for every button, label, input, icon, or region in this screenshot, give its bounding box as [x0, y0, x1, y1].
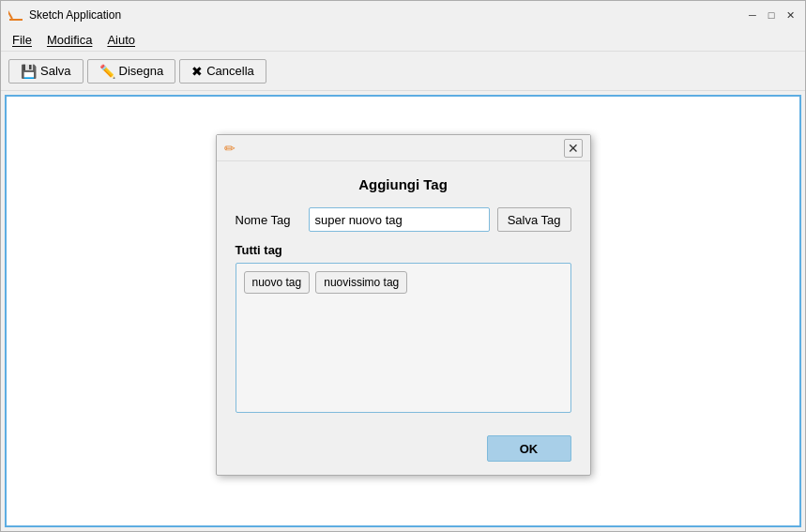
cancella-button[interactable]: ✖ Cancella [179, 59, 266, 84]
dialog-close-button[interactable]: ✕ [564, 139, 583, 158]
draw-icon: ✏️ [99, 64, 115, 79]
salva-label: Salva [40, 64, 71, 78]
menu-modifica[interactable]: Modifica [39, 31, 99, 49]
menu-aiuto[interactable]: Aiuto [99, 31, 143, 49]
tags-container: nuovo tag nuovissimo tag [236, 263, 571, 413]
svg-rect-1 [8, 10, 13, 20]
dialog-title-bar: ✏ ✕ [217, 135, 590, 161]
toolbar: 💾 Salva ✏️ Disegna ✖ Cancella [1, 52, 805, 91]
title-bar: Sketch Application ─ □ ✕ [1, 1, 805, 29]
cancella-label: Cancella [206, 64, 254, 78]
tutti-tag-label: Tutti tag [236, 243, 571, 257]
menu-file[interactable]: File [5, 31, 39, 49]
dialog-pencil-icon: ✏ [224, 141, 236, 156]
tag-chip-nuovissimo: nuovissimo tag [315, 271, 407, 294]
disegna-button[interactable]: ✏️ Disegna [87, 59, 176, 84]
dialog-heading: Aggiungi Tag [236, 176, 571, 192]
window-controls: ─ □ ✕ [745, 8, 798, 23]
disegna-label: Disegna [119, 64, 164, 78]
window-title: Sketch Application [29, 8, 121, 22]
tag-chip-nuovo: nuovo tag [244, 271, 311, 294]
app-icon [8, 8, 23, 23]
nome-tag-label: Nome Tag [236, 213, 301, 227]
tutti-tag-section: Tutti tag nuovo tag nuovissimo tag [236, 243, 571, 413]
title-bar-left: Sketch Application [8, 8, 121, 23]
main-window: Sketch Application ─ □ ✕ File Modifica A… [0, 0, 806, 532]
minimize-button[interactable]: ─ [745, 8, 760, 23]
dialog-footer: OK [217, 428, 590, 475]
nome-tag-row: Nome Tag Salva Tag [236, 207, 571, 232]
aggiungi-tag-dialog: ✏ ✕ Aggiungi Tag Nome Tag Salva Tag Tutt… [216, 134, 591, 476]
dialog-body: Aggiungi Tag Nome Tag Salva Tag Tutti ta… [217, 161, 590, 428]
ok-button[interactable]: OK [487, 435, 571, 462]
salva-button[interactable]: 💾 Salva [8, 59, 84, 84]
canvas-area: ✏ ✕ Aggiungi Tag Nome Tag Salva Tag Tutt… [5, 95, 801, 527]
close-window-button[interactable]: ✕ [783, 8, 798, 23]
maximize-button[interactable]: □ [764, 8, 779, 23]
salva-tag-button[interactable]: Salva Tag [497, 207, 571, 232]
erase-icon: ✖ [191, 64, 203, 79]
save-icon: 💾 [21, 64, 37, 79]
menu-bar: File Modifica Aiuto [1, 29, 805, 52]
modal-overlay: ✏ ✕ Aggiungi Tag Nome Tag Salva Tag Tutt… [7, 97, 799, 525]
nome-tag-input[interactable] [309, 207, 490, 232]
